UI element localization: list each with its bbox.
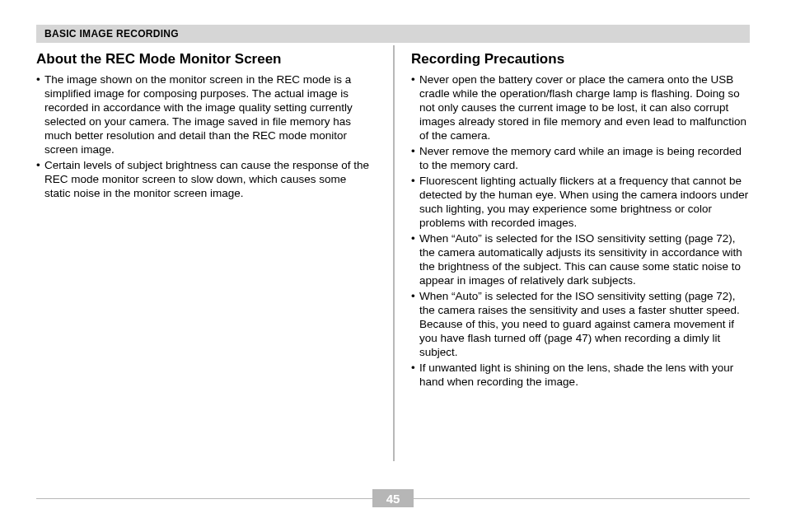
section-header-bar: BASIC IMAGE RECORDING (36, 25, 750, 43)
list-item: Never open the battery cover or place th… (411, 72, 750, 142)
page-footer: 45 (36, 489, 750, 507)
manual-page: BASIC IMAGE RECORDING About the REC Mode… (0, 0, 786, 532)
list-item: Certain levels of subject brightness can… (36, 158, 375, 200)
footer-rule-left (36, 498, 372, 499)
list-item: Never remove the memory card while an im… (411, 144, 750, 172)
left-heading: About the REC Mode Monitor Screen (36, 51, 375, 68)
content-columns: About the REC Mode Monitor Screen The im… (36, 51, 750, 390)
section-header-text: BASIC IMAGE RECORDING (44, 28, 179, 40)
list-item: Fluorescent lighting actually flickers a… (411, 174, 750, 230)
left-column: About the REC Mode Monitor Screen The im… (36, 51, 393, 390)
left-bullet-list: The image shown on the monitor screen in… (36, 72, 375, 200)
list-item: When “Auto” is selected for the ISO sens… (411, 289, 750, 359)
right-bullet-list: Never open the battery cover or place th… (411, 72, 750, 389)
right-column: Recording Precautions Never open the bat… (393, 51, 750, 390)
footer-rule-right (414, 498, 750, 499)
right-heading: Recording Precautions (411, 51, 750, 68)
page-number: 45 (372, 489, 414, 507)
list-item: When “Auto” is selected for the ISO sens… (411, 231, 750, 287)
list-item: The image shown on the monitor screen in… (36, 72, 375, 156)
list-item: If unwanted light is shining on the lens… (411, 361, 750, 389)
